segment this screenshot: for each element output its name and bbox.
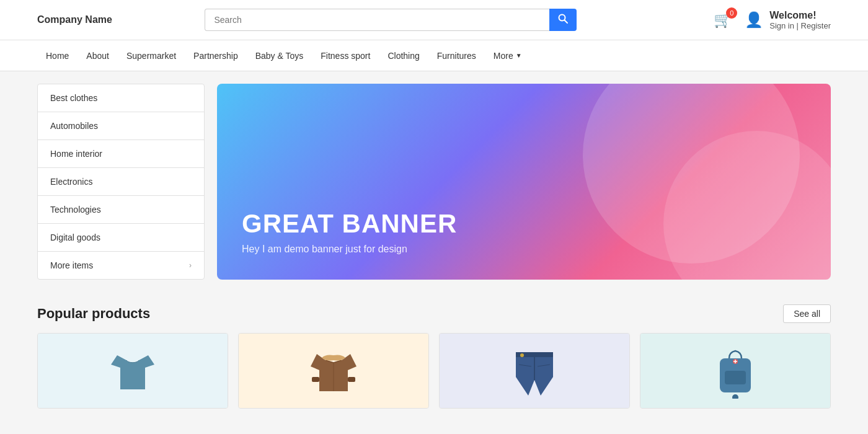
svg-rect-9 (725, 371, 746, 384)
search-input[interactable] (205, 9, 549, 31)
product-image-jeans (440, 334, 629, 408)
welcome-title: Welcome! (769, 10, 831, 21)
sign-links[interactable]: Sign in | Register (769, 21, 831, 30)
svg-line-1 (565, 20, 568, 24)
nav-item-clothing[interactable]: Clothing (379, 40, 428, 71)
header-right: 🛒 0 👤 Welcome! Sign in | Register (714, 10, 831, 30)
sidebar-item-electronics[interactable]: Electronics (38, 168, 204, 196)
search-button[interactable] (549, 9, 577, 31)
sidebar-item-best-clothes[interactable]: Best clothes (38, 84, 204, 112)
nav-item-furnitures[interactable]: Furnitures (428, 40, 485, 71)
product-card-bag[interactable] (640, 333, 831, 409)
nav-item-more[interactable]: More ▼ (485, 40, 531, 71)
sidebar-item-digital-goods[interactable]: Digital goods (38, 224, 204, 252)
nav-item-baby-toys[interactable]: Baby & Toys (247, 40, 312, 71)
user-area: 👤 Welcome! Sign in | Register (745, 10, 831, 30)
chevron-down-icon: ▼ (516, 52, 522, 59)
banner-text: GREAT BANNER Hey I am demo banner just f… (242, 209, 457, 255)
cart-badge: 0 (726, 7, 737, 19)
nav-item-partnership[interactable]: Partnership (185, 40, 247, 71)
user-icon: 👤 (745, 11, 763, 29)
nav-item-about[interactable]: About (78, 40, 118, 71)
banner: GREAT BANNER Hey I am demo banner just f… (217, 84, 831, 280)
navigation: Home About Supermarket Partnership Baby … (0, 40, 868, 71)
banner-subtitle: Hey I am demo banner just for design (242, 244, 457, 255)
welcome-block: Welcome! Sign in | Register (769, 10, 831, 30)
popular-title: Popular products (37, 306, 150, 322)
product-image-jacket (239, 334, 428, 408)
sidebar-item-more-items[interactable]: More items › (38, 252, 204, 279)
search-icon (558, 14, 568, 24)
sidebar-item-technologies[interactable]: Technologies (38, 196, 204, 224)
header: Company Name 🛒 0 👤 Welcome! Sign in | Re… (0, 0, 868, 40)
product-image-shirt (38, 334, 228, 408)
svg-rect-2 (312, 377, 319, 382)
svg-rect-3 (348, 377, 355, 382)
svg-point-5 (520, 353, 524, 357)
logo: Company Name (37, 14, 136, 25)
popular-section: Popular products See all (0, 292, 868, 427)
nav-item-home[interactable]: Home (37, 40, 78, 71)
product-image-bag (640, 334, 830, 408)
search-bar (205, 9, 577, 31)
nav-item-supermarket[interactable]: Supermarket (118, 40, 185, 71)
sidebar-item-home-interior[interactable]: Home interior (38, 140, 204, 168)
nav-item-fitness[interactable]: Fitness sport (312, 40, 379, 71)
banner-title: GREAT BANNER (242, 209, 457, 239)
product-card-jeans[interactable] (439, 333, 630, 409)
cart-button[interactable]: 🛒 0 (714, 11, 732, 29)
see-all-button[interactable]: See all (783, 304, 831, 323)
products-grid (37, 333, 831, 409)
popular-header: Popular products See all (37, 304, 831, 323)
product-card-jacket[interactable] (238, 333, 429, 409)
main-content: Best clothes Automobiles Home interior E… (0, 71, 868, 292)
sidebar-item-automobiles[interactable]: Automobiles (38, 112, 204, 140)
chevron-right-icon: › (189, 261, 192, 270)
svg-point-10 (732, 394, 738, 399)
product-card-shirt[interactable] (37, 333, 228, 409)
sidebar: Best clothes Automobiles Home interior E… (37, 84, 205, 280)
